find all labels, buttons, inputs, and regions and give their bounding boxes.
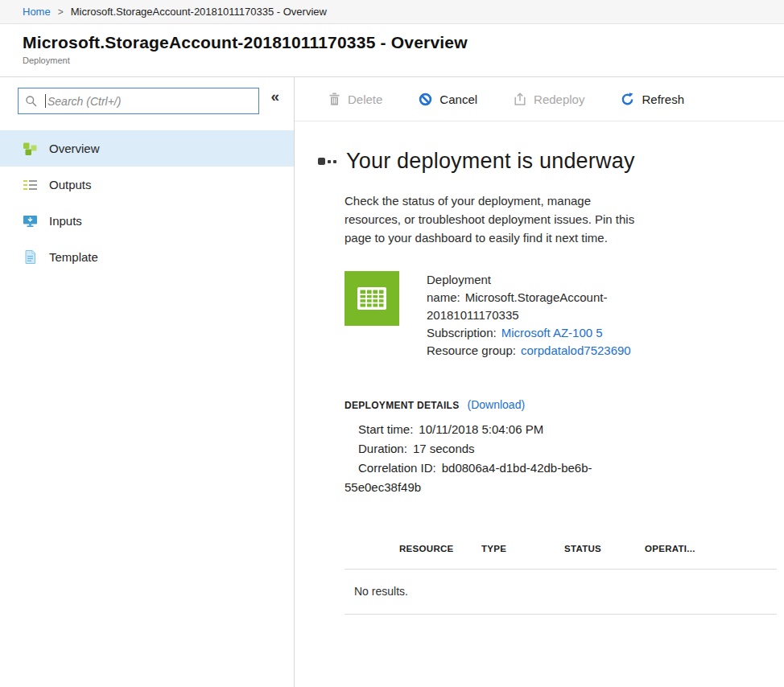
subscription-link[interactable]: Microsoft AZ-100 5	[501, 326, 603, 339]
deployment-name-row: name:Microsoft.StorageAccount-2018101117…	[427, 289, 647, 324]
sidebar-item-outputs[interactable]: Outputs	[0, 167, 294, 203]
azure-portal-deployment-blade: Home > Microsoft.StorageAccount-20181011…	[0, 0, 784, 687]
deployment-grid-icon	[345, 271, 399, 326]
deployment-card-title: Deployment	[427, 271, 647, 289]
toolbar-button-label: Cancel	[439, 93, 477, 106]
resources-table: RESOURCE TYPE STATUS OPERATI... No resul…	[345, 544, 777, 615]
page-header: Microsoft.StorageAccount-20181011170335 …	[0, 24, 784, 77]
start-time-value: 10/11/2018 5:04:06 PM	[419, 422, 543, 436]
toolbar-button-label: Redeploy	[534, 93, 584, 106]
start-time-row: Start time:10/11/2018 5:04:06 PM	[345, 420, 658, 439]
deployment-card: Deployment name:Microsoft.StorageAccount…	[345, 271, 784, 360]
deployment-status-heading: Your deployment is underway	[346, 149, 635, 174]
column-header-type: TYPE	[481, 544, 564, 553]
deployment-details-header: DEPLOYMENT DETAILS (Download)	[345, 398, 784, 411]
duration-value: 17 seconds	[413, 442, 475, 455]
sidebar-item-inputs[interactable]: Inputs	[0, 203, 294, 239]
sidebar-nav: Overview Outputs	[0, 130, 294, 275]
template-document-icon	[23, 249, 38, 265]
cancel-button[interactable]: Cancel	[419, 93, 477, 106]
sidebar-collapse-button[interactable]: «	[267, 85, 283, 107]
page-subtitle: Deployment	[23, 56, 784, 65]
search-input[interactable]	[46, 95, 252, 108]
resources-table-header: RESOURCE TYPE STATUS OPERATI...	[345, 544, 777, 553]
deployment-description: Check the status of your deployment, man…	[345, 191, 649, 247]
cancel-slash-icon	[419, 93, 432, 106]
toolbar-button-label: Delete	[348, 93, 382, 106]
toolbar-button-label: Refresh	[642, 93, 684, 106]
page-title: Microsoft.StorageAccount-20181011170335 …	[23, 33, 784, 52]
duration-label: Duration:	[358, 442, 407, 455]
outputs-list-icon	[23, 177, 38, 192]
resource-group-row: Resource group:corpdatalod7523690	[427, 342, 647, 360]
subscription-row: Subscription:Microsoft AZ-100 5	[427, 324, 647, 342]
sidebar-item-label: Inputs	[49, 214, 82, 228]
blade-main: Delete Cancel	[295, 77, 784, 687]
blade-content: Your deployment is underway Check the st…	[295, 121, 784, 687]
sidebar-item-overview[interactable]: Overview	[0, 130, 294, 167]
redeploy-button[interactable]: Redeploy	[514, 93, 584, 106]
sidebar-item-template[interactable]: Template	[0, 239, 294, 275]
breadcrumb-home-link[interactable]: Home	[23, 6, 51, 18]
column-header-operation: OPERATI...	[645, 544, 695, 553]
deployment-name-label: name:	[427, 290, 460, 304]
correlation-id-row: Correlation ID:bd0806a4-d1bd-42db-be6b-5…	[345, 459, 658, 497]
table-divider-bottom	[345, 614, 777, 615]
redeploy-upload-icon	[514, 93, 526, 105]
column-header-status: STATUS	[564, 544, 645, 553]
sidebar-item-label: Outputs	[49, 178, 92, 191]
refresh-icon	[621, 93, 634, 106]
refresh-button[interactable]: Refresh	[621, 93, 684, 106]
deployment-details-list: Start time:10/11/2018 5:04:06 PM Duratio…	[345, 420, 658, 497]
trash-icon	[328, 93, 340, 105]
deployment-details-section-label: DEPLOYMENT DETAILS	[345, 400, 460, 411]
deployment-cubes-icon	[23, 141, 38, 156]
sidebar-item-label: Template	[49, 250, 98, 264]
correlation-id-label: Correlation ID:	[358, 461, 436, 475]
breadcrumb-current: Microsoft.StorageAccount-20181011170335 …	[71, 6, 327, 18]
delete-button[interactable]: Delete	[328, 93, 382, 106]
download-link[interactable]: (Download)	[468, 398, 526, 411]
subscription-label: Subscription:	[427, 326, 497, 339]
blade-sidebar: « Overview	[0, 77, 295, 687]
deployment-progress-dots-icon	[318, 158, 336, 165]
no-results-text: No results.	[345, 570, 777, 614]
breadcrumb-separator: >	[58, 6, 64, 18]
start-time-label: Start time:	[358, 422, 413, 436]
search-box[interactable]	[18, 88, 259, 114]
resource-group-link[interactable]: corpdatalod7523690	[521, 344, 631, 357]
duration-row: Duration:17 seconds	[345, 439, 658, 459]
resource-group-label: Resource group:	[427, 344, 516, 357]
toolbar: Delete Cancel	[295, 77, 784, 121]
breadcrumb: Home > Microsoft.StorageAccount-20181011…	[0, 0, 784, 24]
sidebar-item-label: Overview	[49, 142, 100, 155]
inputs-monitor-icon	[23, 213, 38, 228]
column-header-resource: RESOURCE	[399, 544, 481, 553]
search-icon	[25, 95, 38, 108]
